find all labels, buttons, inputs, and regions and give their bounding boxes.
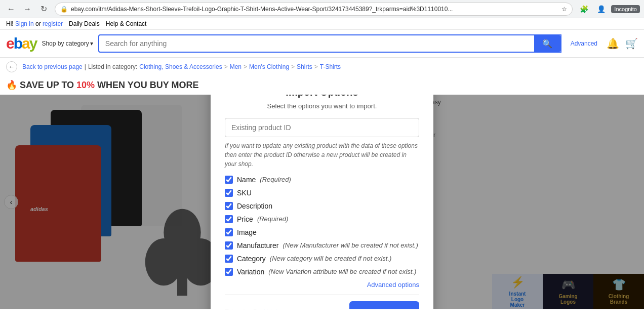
modal-title: Import Options	[225, 95, 419, 98]
option-variation-label: Variation	[237, 268, 264, 276]
search-button[interactable]: 🔍	[534, 35, 560, 52]
extension-link[interactable]: Nxtal	[264, 308, 277, 309]
breadcrumb: ← Back to previous page | Listed in cate…	[0, 58, 644, 75]
option-manufacturer-checkbox[interactable]	[225, 241, 233, 250]
option-sku-checkbox[interactable]	[225, 189, 233, 197]
option-manufacturer-note: (New Manufacturer will be created if not…	[283, 241, 418, 249]
option-variation-checkbox[interactable]	[225, 268, 233, 276]
refresh-button[interactable]: ↻	[36, 2, 51, 16]
option-price-checkbox[interactable]	[225, 215, 233, 223]
option-image-checkbox[interactable]	[225, 228, 233, 236]
modal-footer: Extension By: Nxtal Import Now	[225, 295, 419, 310]
option-category-row: Category (New category will be created i…	[225, 255, 419, 263]
breadcrumb-mens-clothing[interactable]: Men's Clothing	[249, 63, 289, 70]
daily-deals-link[interactable]: Daily Deals	[69, 20, 100, 27]
register-link[interactable]: register	[43, 20, 63, 27]
option-image-label: Image	[237, 228, 257, 236]
incognito-badge: Incognito	[611, 5, 640, 13]
advanced-link[interactable]: Advanced	[567, 40, 601, 47]
header-icons: 🔔 🛒	[607, 37, 638, 50]
option-description-row: Description	[225, 202, 419, 210]
option-category-label: Category	[237, 255, 266, 263]
option-description-label: Description	[237, 202, 272, 210]
option-manufacturer-label: Manufacturer	[237, 241, 278, 250]
extension-by: Extension By: Nxtal	[225, 308, 277, 309]
option-price-note: (Required)	[257, 215, 288, 223]
browser-chrome: ← → ↻ 🔒 ebay.com/itm/Adidas-Mens-Short-S…	[0, 0, 644, 18]
star-icon: ☆	[561, 6, 567, 13]
breadcrumb-men[interactable]: Men	[230, 63, 242, 70]
chevron-down-icon: ▾	[90, 40, 93, 47]
option-image-row: Image	[225, 228, 419, 236]
cart-icon[interactable]: 🛒	[625, 37, 638, 50]
shop-by-category[interactable]: Shop by category ▾	[42, 40, 93, 47]
advanced-options-link[interactable]: Advanced options	[225, 281, 419, 289]
option-variation-row: Variation (New Variation attribute will …	[225, 268, 419, 276]
save-text-prefix: SAVE UP TO	[20, 80, 76, 90]
breadcrumb-separator: |	[85, 63, 86, 70]
option-category-checkbox[interactable]	[225, 255, 233, 263]
modal-hint: If you want to update any existing produ…	[225, 141, 419, 169]
existing-product-id-input[interactable]	[225, 118, 419, 137]
option-name-checkbox[interactable]	[225, 176, 233, 184]
back-button[interactable]: ←	[4, 2, 18, 16]
option-price-label: Price	[237, 215, 253, 223]
ebay-top-bar: Hi! Sign in or register Daily Deals Help…	[0, 18, 644, 30]
option-name-row: Name (Required)	[225, 176, 419, 184]
option-variation-note: (New Variation attribute will be created…	[268, 268, 416, 275]
ebay-logo: ebay	[6, 35, 36, 52]
import-now-button[interactable]: Import Now	[349, 301, 420, 310]
browser-toolbar: 🧩 👤 Incognito	[577, 2, 640, 16]
save-pct: 10%	[76, 80, 95, 90]
search-input[interactable]	[99, 39, 534, 48]
back-nav-button[interactable]: ←	[6, 61, 17, 72]
sign-in-link[interactable]: Sign in	[15, 20, 34, 27]
breadcrumb-clothing[interactable]: Clothing, Shoes & Accessories	[139, 63, 222, 70]
listed-in-label: Listed in category:	[88, 63, 137, 70]
option-manufacturer-row: Manufacturer (New Manufacturer will be c…	[225, 241, 419, 250]
modal-overlay: Import Options Select the options you wa…	[0, 95, 644, 309]
forward-button[interactable]: →	[20, 2, 34, 16]
notification-icon[interactable]: 🔔	[607, 37, 619, 50]
back-to-previous[interactable]: Back to previous page	[22, 63, 83, 70]
option-name-label: Name	[237, 176, 256, 184]
help-link[interactable]: Help & Contact	[106, 20, 147, 27]
option-price-row: Price (Required)	[225, 215, 419, 223]
fire-icon: 🔥	[6, 80, 17, 90]
modal-subtitle: Select the options you want to import.	[225, 102, 419, 110]
nav-buttons: ← → ↻	[4, 2, 51, 16]
address-bar[interactable]: 🔒 ebay.com/itm/Adidas-Mens-Short-Sleeve-…	[55, 3, 573, 16]
profile-button[interactable]: 👤	[594, 2, 608, 16]
extensions-button[interactable]: 🧩	[577, 2, 591, 16]
option-category-note: (New category will be created if not exi…	[270, 255, 392, 262]
option-name-note: (Required)	[260, 176, 291, 183]
option-description-checkbox[interactable]	[225, 202, 233, 210]
greeting: Hi! Sign in or register	[6, 20, 63, 27]
option-sku-row: SKU	[225, 189, 419, 197]
save-banner: 🔥 SAVE UP TO 10% WHEN YOU BUY MORE	[0, 75, 644, 95]
breadcrumb-shirts[interactable]: Shirts	[297, 63, 312, 70]
main-content: adidas ‹ › Adidas Men's Sho...Mens Activ…	[0, 95, 644, 309]
search-bar: 🔍	[98, 34, 561, 53]
option-sku-label: SKU	[237, 189, 252, 197]
breadcrumb-tshirts[interactable]: T-Shirts	[320, 63, 341, 70]
ebay-header: ebay Shop by category ▾ 🔍 Advanced 🔔 🛒	[0, 30, 644, 58]
import-options-modal: Import Options Select the options you wa…	[211, 95, 433, 309]
lock-icon: 🔒	[60, 6, 68, 13]
url-text: ebay.com/itm/Adidas-Mens-Short-Sleeve-Tr…	[71, 6, 558, 13]
save-text-suffix: WHEN YOU BUY MORE	[95, 80, 198, 90]
